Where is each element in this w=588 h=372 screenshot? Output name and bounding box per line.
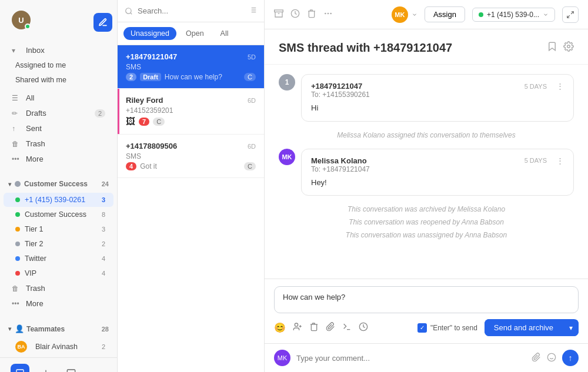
sidebar-item-drafts[interactable]: ✏ Drafts 2 [4, 106, 113, 120]
send-archive-button[interactable]: Send and archive [485, 319, 563, 336]
conversation-list-panel: Unassigned Open All +18479121047 5D SMS … [118, 0, 265, 372]
sidebar-item-trash[interactable]: 🗑 Trash [4, 136, 113, 151]
svg-point-19 [328, 13, 328, 14]
customer-success-header[interactable]: ▾ Customer Success 24 [0, 176, 117, 192]
comment-input[interactable] [296, 354, 526, 363]
delete-tool[interactable] [309, 322, 319, 334]
conversation-item-1[interactable]: +18479121047 5D SMS 2 Draft How can we h… [118, 45, 264, 89]
avatar-chevron [412, 12, 417, 18]
avatar-status [25, 24, 31, 29]
svg-point-20 [330, 13, 331, 14]
compose-toolbar: 😊 ✓ "Enter" to send Send and arc [274, 319, 579, 336]
sent-icon: ↑ [12, 125, 21, 133]
sidebar-item-more2[interactable]: ••• More [4, 296, 113, 311]
inbox-phone-badge[interactable]: +1 (415) 539-0... [472, 8, 555, 22]
search-input[interactable] [138, 6, 244, 15]
sidebar-item-twitter[interactable]: Twitter 4 [4, 252, 113, 266]
sidebar-item-trash2[interactable]: 🗑 Trash [4, 281, 113, 296]
enter-send-label: "Enter" to send [430, 324, 477, 332]
svg-point-21 [325, 13, 326, 14]
cs-item-dot [15, 212, 20, 217]
photo-icon: 🖼 [126, 116, 135, 127]
emoji-tool[interactable]: 😊 [274, 322, 286, 333]
chart-bottom-icon[interactable] [36, 364, 55, 372]
message-more-2[interactable]: ⋮ [556, 156, 564, 165]
message-item-2: MK Melissa Kolano To: +18479121047 5 DAY… [279, 149, 574, 196]
sidebar-item-shared[interactable]: Shared with me [4, 73, 113, 87]
compose-box[interactable]: How can we help? [274, 286, 579, 313]
enter-send-toggle[interactable]: ✓ "Enter" to send [417, 323, 477, 333]
send-chevron-button[interactable]: ▾ [563, 320, 579, 336]
filter-icon[interactable] [249, 6, 257, 16]
tab-all[interactable]: All [213, 27, 236, 40]
sidebar: U ▾ Inbox Assigned to me Shared with me … [0, 0, 118, 372]
main-header: MK Assign +1 (415) 539-0... [265, 0, 588, 29]
compose-area: How can we help? 😊 ✓ "Enter" to send [265, 279, 588, 343]
comment-area: MK ↑ [265, 343, 588, 372]
archive-header-icon[interactable] [274, 9, 283, 21]
tab-unassigned[interactable]: Unassigned [123, 27, 176, 40]
chevron-icon: ▾ [8, 181, 11, 187]
comment-send-button[interactable]: ↑ [562, 350, 579, 366]
thread-title-text: SMS thread with +18479121047 [279, 41, 452, 55]
sidebar-item-sent[interactable]: ↑ Sent [4, 121, 113, 136]
phone-dot [15, 197, 20, 202]
system-message-2a: This conversation was archived by Meliss… [279, 203, 574, 216]
sidebar-item-assigned[interactable]: Assigned to me [4, 58, 113, 72]
contacts-bottom-icon[interactable] [62, 364, 81, 372]
system-message-2c: This conversation was unassigned by Anna… [279, 229, 574, 242]
svg-rect-16 [275, 10, 283, 12]
compose-button[interactable] [93, 13, 112, 32]
sidebar-item-vip[interactable]: VIP 4 [4, 266, 113, 280]
sidebar-item-blair[interactable]: BA Blair Avinash 2 [4, 338, 113, 356]
svg-rect-3 [68, 370, 75, 372]
sidebar-item-more[interactable]: ••• More [4, 152, 113, 166]
add-person-tool[interactable] [293, 322, 302, 334]
twitter-dot [15, 256, 20, 261]
thread-title-bar: SMS thread with +18479121047 [265, 29, 588, 65]
search-bar [118, 0, 264, 22]
expand-button[interactable] [562, 6, 579, 23]
assignee-avatar-group[interactable]: MK [392, 6, 417, 23]
comment-emoji-icon[interactable] [547, 353, 556, 364]
teammates-section: ▾ 👤 Teammates 28 BA Blair Avinash 2 [0, 317, 117, 357]
message-bubble-2: Melissa Kolano To: +18479121047 5 DAYS ⋮… [301, 149, 574, 196]
signature-tool[interactable] [342, 322, 352, 334]
sidebar-item-all[interactable]: ☰ All [4, 91, 113, 105]
teammates-chevron: ▾ [8, 326, 11, 332]
bookmark-icon[interactable] [547, 41, 557, 55]
inbox-phone-dot [479, 12, 483, 17]
attach-tool[interactable] [326, 322, 335, 334]
vip-dot [15, 271, 20, 276]
teammates-header[interactable]: ▾ 👤 Teammates 28 [0, 321, 117, 337]
messages-bottom-icon[interactable] [11, 364, 29, 372]
compose-text[interactable]: How can we help? [283, 293, 570, 307]
trash2-icon: 🗑 [12, 284, 21, 293]
assign-button[interactable]: Assign [425, 6, 465, 22]
svg-point-9 [126, 8, 131, 13]
nav-section: ☰ All ✏ Drafts 2 ↑ Sent 🗑 Trash ••• More [0, 89, 117, 168]
more-bottom-icon[interactable] [88, 364, 106, 372]
clock-header-icon[interactable] [290, 9, 300, 21]
tab-open[interactable]: Open [179, 27, 211, 40]
conversation-list: +18479121047 5D SMS 2 Draft How can we h… [118, 45, 264, 372]
all-icon: ☰ [12, 94, 21, 102]
trash-header-icon[interactable] [307, 9, 316, 21]
schedule-tool[interactable] [359, 322, 368, 334]
conversation-item-3[interactable]: +14178809506 6D SMS 4 Got it C [118, 135, 264, 178]
sidebar-item-tier1[interactable]: Tier 1 3 [4, 222, 113, 236]
comment-attach-icon[interactable] [532, 353, 541, 364]
tier2-dot [15, 242, 20, 246]
sidebar-item-cs[interactable]: Customer Success 8 [4, 207, 113, 222]
sidebar-top: U [0, 6, 117, 41]
blair-avatar: BA [15, 341, 27, 353]
system-message-2b: This conversation was reopened by Anna B… [279, 216, 574, 229]
sidebar-item-inbox[interactable]: ▾ Inbox [4, 43, 113, 58]
sidebar-item-tier2[interactable]: Tier 2 2 [4, 237, 113, 251]
settings-icon[interactable] [563, 41, 574, 55]
sidebar-item-phone[interactable]: +1 (415) 539-0261 3 [4, 193, 113, 207]
comment-icons [532, 353, 556, 364]
more-header-icon[interactable] [323, 9, 333, 21]
message-more-1[interactable]: ⋮ [556, 82, 564, 91]
conversation-item-2[interactable]: Riley Ford 6D +14152359201 🖼 7 C [118, 89, 264, 135]
